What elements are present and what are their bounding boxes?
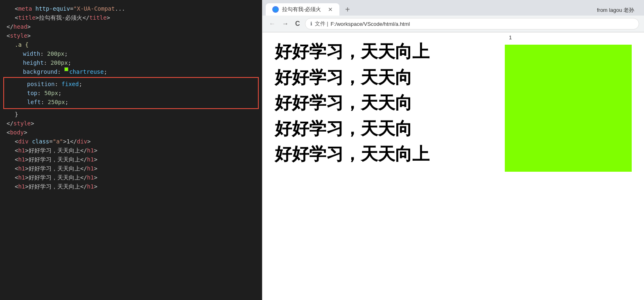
- code-line-meta: <meta http-equiv="X-UA-Compat...: [0, 4, 262, 13]
- info-icon: ℹ: [310, 21, 312, 27]
- code-line-h1-2: <h1>好好学习，天天向上</h1>: [0, 155, 262, 164]
- code-editor: <meta http-equiv="X-UA-Compat... <title>…: [0, 0, 262, 300]
- code-line-style-open: <style>: [0, 31, 262, 40]
- code-line-width: width: 200px;: [0, 49, 262, 58]
- url-prefix: 文件 |: [315, 20, 328, 27]
- address-bar: ← → C ℹ 文件 | F:/workspace/VScode/html/a.…: [262, 16, 644, 32]
- code-line-head-close: </head>: [0, 22, 262, 31]
- forward-button[interactable]: →: [280, 19, 290, 28]
- highlighted-css-block: position: fixed; top: 50px; left: 250px;: [3, 77, 259, 109]
- back-button[interactable]: ←: [267, 19, 277, 28]
- code-line-h1-5: <h1>好好学习，天天向上</h1>: [0, 182, 262, 191]
- code-line-height: height: 200px;: [0, 58, 262, 67]
- new-tab-button[interactable]: +: [341, 4, 354, 15]
- code-line-left: left: 250px;: [4, 98, 258, 107]
- tab-bar: 🌐 拉勾有我-必须火 ✕ + from lagou 老孙: [262, 0, 644, 16]
- url-bar[interactable]: ℹ 文件 | F:/workspace/VScode/html/a.html: [305, 18, 639, 30]
- url-text: F:/workspace/VScode/html/a.html: [331, 21, 410, 27]
- code-line-h1-1: <h1>好好学习，天天向上</h1>: [0, 146, 262, 155]
- code-line-body-open: <body>: [0, 128, 262, 137]
- box-number: 1: [509, 34, 512, 41]
- refresh-button[interactable]: C: [294, 19, 302, 28]
- code-line-title: <title>拉勾有我-必须火</title>: [0, 13, 262, 22]
- from-label: from lagou 老孙: [597, 7, 641, 16]
- code-line-background: background: chartreuse;: [0, 67, 262, 76]
- browser-panel: 🌐 拉勾有我-必须火 ✕ + from lagou 老孙 ← → C ℹ 文件 …: [262, 0, 644, 300]
- active-tab[interactable]: 🌐 拉勾有我-必须火 ✕: [266, 3, 339, 16]
- tab-close-button[interactable]: ✕: [328, 6, 333, 13]
- green-fixed-box: 1: [505, 45, 632, 172]
- code-line-style-close: </style>: [0, 119, 262, 128]
- tab-title: 拉勾有我-必须火: [282, 6, 321, 13]
- editor-panel: <meta http-equiv="X-UA-Compat... <title>…: [0, 0, 262, 300]
- code-line-div: <div class="a">1</div>: [0, 137, 262, 146]
- code-line-h1-3: <h1>好好学习，天天向上</h1>: [0, 164, 262, 173]
- code-line-top: top: 50px;: [4, 89, 258, 98]
- code-line-brace-close: }: [0, 110, 262, 119]
- code-line-selector: .a {: [0, 40, 262, 49]
- code-line-h1-4: <h1>好好学习，天天向上</h1>: [0, 173, 262, 182]
- tab-favicon: 🌐: [272, 6, 279, 13]
- browser-content: 1 好好学习，天天向上 好好学习，天天向 好好学习，天天向 好好学习，天天向 好…: [262, 32, 644, 300]
- code-line-position: position: fixed;: [4, 80, 258, 89]
- svg-text:🌐: 🌐: [274, 8, 278, 11]
- color-swatch-chartreuse: [64, 67, 68, 71]
